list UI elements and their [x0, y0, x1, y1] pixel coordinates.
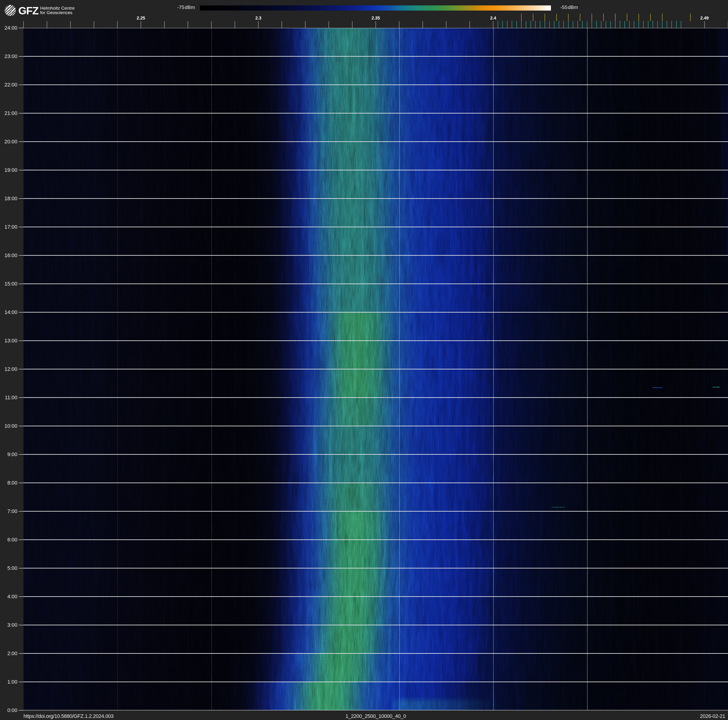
svg-text:GFZ: GFZ [18, 5, 38, 17]
svg-text:Helmholtz Centre: Helmholtz Centre [40, 6, 75, 11]
svg-text:for Geosciences: for Geosciences [40, 10, 72, 15]
